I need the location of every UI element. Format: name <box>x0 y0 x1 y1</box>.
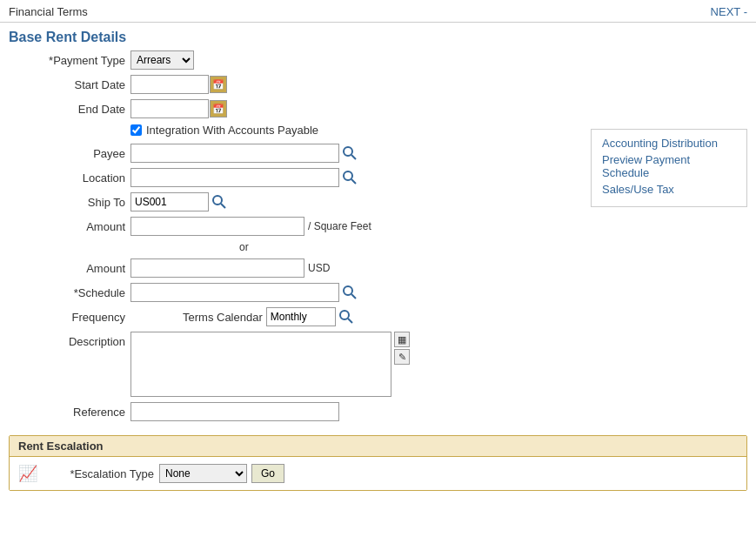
svg-line-7 <box>351 294 356 299</box>
svg-point-0 <box>344 147 352 156</box>
side-panel-box: Accounting Distribution Preview Payment … <box>591 129 747 207</box>
terms-calendar-input[interactable] <box>266 307 336 326</box>
description-icon-2[interactable]: ✎ <box>394 349 410 365</box>
form-area: Payment Type Arrears Advance Start Date … <box>9 50 573 426</box>
reference-label: Reference <box>17 406 130 419</box>
payment-type-select[interactable]: Arrears Advance <box>130 50 194 70</box>
terms-calendar-label: Terms Calendar <box>183 311 263 324</box>
amount-sqft-suffix: / Square Feet <box>308 220 371 232</box>
svg-point-6 <box>344 286 352 295</box>
amount-sqft-label: Amount <box>17 220 130 233</box>
schedule-label: Schedule <box>17 286 130 299</box>
frequency-row: Frequency Terms Calendar <box>9 307 573 326</box>
escalation-chart-icon: 📈 <box>18 464 37 483</box>
page-title: Financial Terms <box>9 5 88 18</box>
end-date-input[interactable] <box>130 99 209 118</box>
location-label: Location <box>17 171 130 185</box>
amount-usd-suffix: USD <box>308 262 330 274</box>
sales-use-tax-link[interactable]: Sales/Use Tax <box>602 183 736 196</box>
payee-search-icon[interactable] <box>342 145 358 161</box>
description-row: Description ▦ ✎ <box>9 332 573 397</box>
ship-to-label: Ship To <box>17 196 130 209</box>
svg-line-9 <box>348 319 352 323</box>
amount-sqft-input[interactable] <box>130 217 304 236</box>
start-date-label: Start Date <box>17 78 130 91</box>
svg-line-1 <box>351 155 356 159</box>
accounting-distribution-link[interactable]: Accounting Distribution <box>602 137 736 150</box>
svg-point-4 <box>213 196 222 205</box>
payee-input[interactable] <box>130 144 339 163</box>
escalation-header: Rent Escalation <box>10 436 746 457</box>
escalation-type-label: Escalation Type <box>46 467 159 480</box>
description-label: Description <box>17 332 130 348</box>
svg-point-8 <box>340 311 349 319</box>
amount-usd-row: Amount USD <box>9 258 573 278</box>
start-date-row: Start Date <box>9 75 573 94</box>
escalation-section: Rent Escalation 📈 Escalation Type None F… <box>9 435 747 491</box>
reference-row: Reference <box>9 402 573 421</box>
svg-line-3 <box>351 179 356 184</box>
payee-label: Payee <box>17 147 130 160</box>
schedule-input[interactable] <box>130 283 339 302</box>
frequency-label: Frequency <box>17 311 130 324</box>
end-date-label: End Date <box>17 103 130 116</box>
integration-row: Integration With Accounts Payable <box>9 124 573 137</box>
location-search-icon[interactable] <box>342 170 358 185</box>
section-title: Base Rent Details <box>0 23 756 50</box>
description-textarea[interactable] <box>130 332 391 397</box>
go-button[interactable]: Go <box>251 464 284 483</box>
end-date-calendar-icon[interactable] <box>210 100 227 117</box>
ship-to-row: Ship To <box>9 192 573 211</box>
next-link[interactable]: NEXT - <box>711 5 747 18</box>
reference-input[interactable] <box>130 402 339 421</box>
end-date-row: End Date <box>9 99 573 118</box>
start-date-input[interactable] <box>130 75 209 94</box>
svg-point-2 <box>344 171 352 180</box>
location-row: Location <box>9 168 573 187</box>
escalation-body: 📈 Escalation Type None Fixed Amount Fixe… <box>10 457 746 490</box>
ship-to-input[interactable] <box>130 192 209 211</box>
amount-usd-input[interactable] <box>130 258 304 278</box>
schedule-search-icon[interactable] <box>342 285 358 300</box>
svg-line-5 <box>221 204 225 208</box>
escalation-type-select[interactable]: None Fixed Amount Fixed Percent CPI <box>159 464 247 483</box>
schedule-row: Schedule <box>9 283 573 302</box>
page-header: Financial Terms NEXT - <box>0 0 756 23</box>
or-text: or <box>239 241 249 253</box>
or-row: or <box>9 241 573 253</box>
payment-type-label: Payment Type <box>17 54 130 67</box>
integration-checkbox[interactable] <box>130 124 142 136</box>
start-date-calendar-icon[interactable] <box>210 76 227 93</box>
terms-calendar-search-icon[interactable] <box>338 309 354 325</box>
integration-label: Integration With Accounts Payable <box>146 124 318 137</box>
side-panel: Accounting Distribution Preview Payment … <box>591 129 747 426</box>
location-input[interactable] <box>130 168 339 187</box>
payment-type-row: Payment Type Arrears Advance <box>9 50 573 70</box>
ship-to-search-icon[interactable] <box>211 194 227 210</box>
main-content: Payment Type Arrears Advance Start Date … <box>0 50 756 426</box>
preview-payment-schedule-link[interactable]: Preview Payment Schedule <box>602 153 736 179</box>
description-icon-1[interactable]: ▦ <box>394 332 410 347</box>
amount-usd-label: Amount <box>17 262 130 275</box>
payee-row: Payee <box>9 144 573 163</box>
amount-sqft-row: Amount / Square Feet <box>9 217 573 236</box>
description-icons: ▦ ✎ <box>394 332 410 366</box>
